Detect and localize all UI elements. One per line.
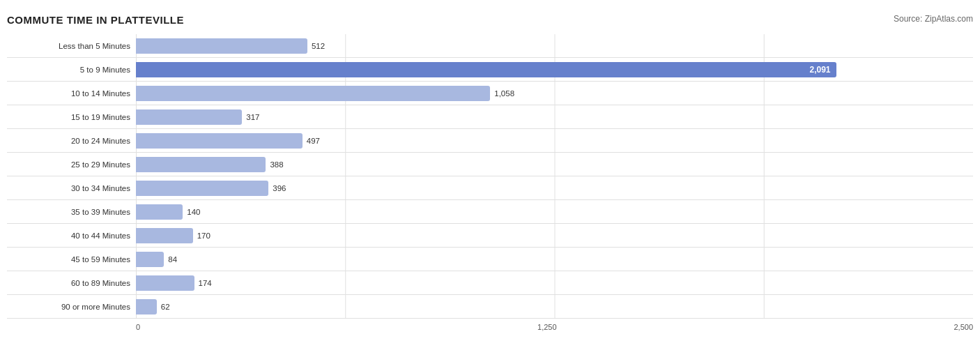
bar: [136, 86, 490, 101]
bar-value: 1,058: [494, 89, 514, 98]
x-axis: 01,2502,500: [136, 323, 973, 331]
bar-value: 2,091: [809, 65, 830, 75]
bar-container: 174: [136, 271, 973, 294]
bar-label: 20 to 24 Minutes: [7, 137, 136, 145]
bar-value: 140: [187, 208, 200, 216]
x-axis-label: 1,250: [537, 323, 557, 331]
bar-container: 170: [136, 224, 973, 247]
bar-value: 512: [312, 42, 325, 50]
bar-value: 317: [246, 113, 259, 121]
bar-value: 396: [273, 184, 286, 192]
x-axis-labels: 01,2502,500: [136, 323, 973, 331]
bar-value: 497: [307, 137, 320, 145]
bar-container: 2,091: [136, 58, 973, 81]
bar-container: 317: [136, 105, 973, 128]
bar-label: 10 to 14 Minutes: [7, 89, 136, 98]
bar-container: 84: [136, 248, 973, 271]
bar-container: 388: [136, 153, 973, 176]
bar-row: 30 to 34 Minutes396: [7, 176, 973, 200]
bar-container: 1,058: [136, 82, 973, 105]
bar-value: 388: [270, 160, 283, 169]
chart-title: COMMUTE TIME IN PLATTEVILLE: [7, 14, 184, 26]
bar: [136, 228, 193, 243]
bar-row: 20 to 24 Minutes497: [7, 129, 973, 153]
bar: [136, 157, 266, 172]
bar: [136, 38, 307, 54]
bar: [136, 275, 194, 291]
bar-row: 25 to 29 Minutes388: [7, 153, 973, 176]
bar-container: 62: [136, 295, 973, 318]
bar-row: 40 to 44 Minutes170: [7, 224, 973, 248]
bar-label: 40 to 44 Minutes: [7, 232, 136, 240]
x-axis-label: 0: [136, 323, 140, 331]
bar-row: Less than 5 Minutes512: [7, 34, 973, 58]
chart-wrapper: COMMUTE TIME IN PLATTEVILLE Source: ZipA…: [7, 14, 973, 331]
bar-label: 25 to 29 Minutes: [7, 160, 136, 169]
bar-value: 84: [168, 255, 177, 264]
bar: [136, 181, 268, 196]
bar-row: 90 or more Minutes62: [7, 295, 973, 319]
chart-header: COMMUTE TIME IN PLATTEVILLE Source: ZipA…: [7, 14, 973, 26]
bar: [136, 299, 157, 314]
bar-label: 15 to 19 Minutes: [7, 113, 136, 121]
bar-row: 10 to 14 Minutes1,058: [7, 82, 973, 105]
bar-row: 35 to 39 Minutes140: [7, 200, 973, 224]
bar-label: 45 to 59 Minutes: [7, 255, 136, 264]
bar-container: 140: [136, 200, 973, 223]
x-axis-label: 2,500: [954, 323, 973, 331]
bar-value: 174: [199, 279, 212, 287]
bar: [136, 109, 242, 125]
bar: [136, 204, 183, 220]
bar-row: 60 to 89 Minutes174: [7, 271, 973, 295]
bar-container: 512: [136, 34, 973, 57]
bar-label: 30 to 34 Minutes: [7, 184, 136, 192]
bar-label: 35 to 39 Minutes: [7, 208, 136, 216]
bar-label: 5 to 9 Minutes: [7, 66, 136, 74]
source-label: Source: ZipAtlas.com: [894, 14, 973, 24]
bar-container: 396: [136, 176, 973, 199]
bar-value: 170: [197, 232, 210, 240]
bar: 2,091: [136, 62, 836, 77]
bar: [136, 252, 164, 267]
bar-row: 5 to 9 Minutes2,091: [7, 58, 973, 82]
bar-label: Less than 5 Minutes: [7, 42, 136, 50]
chart-area: Less than 5 Minutes5125 to 9 Minutes2,09…: [7, 34, 973, 319]
bar-container: 497: [136, 129, 973, 152]
bar-label: 90 or more Minutes: [7, 303, 136, 311]
bar-label: 60 to 89 Minutes: [7, 279, 136, 287]
bar: [136, 133, 303, 149]
bar-row: 45 to 59 Minutes84: [7, 248, 973, 271]
bar-row: 15 to 19 Minutes317: [7, 105, 973, 129]
bar-value: 62: [161, 303, 170, 311]
